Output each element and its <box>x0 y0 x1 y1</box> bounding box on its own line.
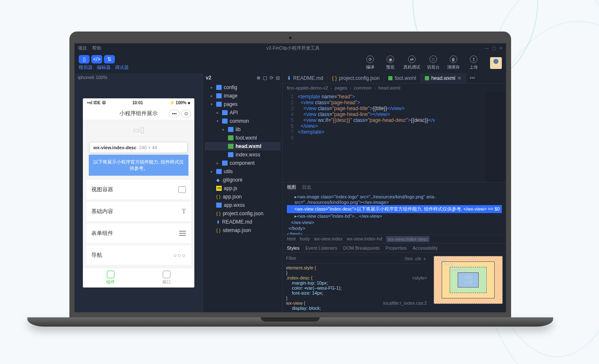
inspector-tooltip: wx-view.index-desc240 × 44 <box>90 142 188 153</box>
api-icon <box>163 271 170 278</box>
menu-nav[interactable]: 导航○○○ <box>86 245 191 265</box>
tab-head-wxml[interactable]: head.wxml✕ <box>421 73 466 83</box>
new-file-icon[interactable]: ⊕ <box>257 75 260 81</box>
highlighted-element[interactable]: 以下将展示小程序官方组件能力, 组件样式仅供参考。 <box>89 155 188 176</box>
dom-tree[interactable]: ▸<wx-image class="index-logo" src="../re… <box>283 192 506 235</box>
mode-editor-label: 编辑器 <box>97 64 111 71</box>
clear-cache-button[interactable]: 🗑清缓存 <box>446 55 461 70</box>
dom-breakpoints-tab[interactable]: DOM Breakpoints <box>343 245 380 251</box>
tab-overflow[interactable]: ••• <box>466 73 478 83</box>
dom-crumb-body[interactable]: body <box>300 236 310 242</box>
phone-frame: ••ıl IDE ⦿ 10:01 ⚡ 100% ■ 小程序组件展示 ••• ⊙ <box>83 98 194 288</box>
file-readme[interactable]: ⬇README.md <box>205 218 281 226</box>
breadcrumb: fino-applet-demo-v2› pages› common› head… <box>283 84 506 92</box>
file-sitemap[interactable]: { }sitemap.json <box>205 226 281 235</box>
explorer-root[interactable]: v2 <box>206 75 211 81</box>
folder-component[interactable]: ▸component <box>205 159 281 167</box>
file-project-config[interactable]: { }project.config.json <box>205 209 281 218</box>
phone-menu-button[interactable]: ••• <box>169 110 180 117</box>
file-foot-wxml[interactable]: foot.wxml <box>205 134 281 142</box>
ide-window: 项目 帮助 v2-FinClip小程序开发工具 — ▢ ✕ ▯ </> ⇅ <box>74 43 506 312</box>
close-icon[interactable]: ✕ <box>457 75 461 81</box>
compile-icon: ⟳ <box>366 55 374 63</box>
menu-help[interactable]: 帮助 <box>92 45 101 51</box>
eye-icon: ◉ <box>387 55 394 63</box>
menu-basic-content[interactable]: 基础内容T <box>86 202 191 221</box>
dom-crumb-index[interactable]: wx-view.index <box>314 236 343 242</box>
file-app-json[interactable]: { }app.json <box>205 193 281 201</box>
dom-breadcrumb: html body wx-view.index wx-view.index-hd… <box>283 235 506 244</box>
folder-config[interactable]: ▸config <box>205 83 281 92</box>
dom-crumb-html[interactable]: html <box>287 236 296 242</box>
mode-editor-button[interactable]: </> <box>91 55 102 63</box>
box-model: margin10 border- padding- 240 × 44 - - <box>430 253 506 312</box>
editor-area: ⬇README.md { }project.config.json foot.w… <box>283 73 506 312</box>
upload-button[interactable]: ↥上传 <box>466 55 481 70</box>
styles-filter[interactable]: Filter <box>286 256 296 262</box>
crumb-0[interactable]: fino-applet-demo-v2 <box>287 85 328 90</box>
folder-lib[interactable]: ▸lib <box>205 125 281 134</box>
styles-hov[interactable]: :hov .cls ＋ <box>404 256 427 262</box>
file-gitignore[interactable]: ◆.gitignore <box>205 176 281 184</box>
crumb-3[interactable]: head.wxml <box>378 85 400 90</box>
refresh-icon[interactable]: ⟳ <box>270 75 273 81</box>
dots-icon: ○○○ <box>173 252 186 258</box>
upload-icon: ↥ <box>470 55 477 63</box>
avatar[interactable] <box>490 57 502 69</box>
new-folder-icon[interactable]: ▢ <box>263 75 267 81</box>
event-listeners-tab[interactable]: Event Listeners <box>305 245 337 251</box>
remote-debug-button[interactable]: ⇄真机调试 <box>403 55 420 70</box>
tab-project-config[interactable]: { }project.config.json <box>328 73 384 83</box>
phone-close-button[interactable]: ⊙ <box>181 110 191 118</box>
preview-button[interactable]: ◉预览 <box>383 55 398 70</box>
folder-api[interactable]: ▸API <box>205 108 281 117</box>
styles-pane[interactable]: Filter :hov .cls ＋ element.style { } .in… <box>283 253 430 312</box>
devtools-tab-view[interactable]: 视图 <box>287 184 296 190</box>
tab-foot-wxml[interactable]: foot.wxml <box>384 73 421 83</box>
text-icon: T <box>182 208 186 215</box>
window-maximize-icon[interactable]: ▢ <box>492 46 496 50</box>
minimap[interactable] <box>485 92 506 182</box>
trash-icon: 🗑 <box>450 55 457 63</box>
window-close-icon[interactable]: ✕ <box>499 46 503 50</box>
background-icon: □ <box>429 55 437 63</box>
menu-view-container[interactable]: 视图容器 <box>86 180 191 199</box>
properties-tab[interactable]: Properties <box>386 245 407 251</box>
accessibility-tab[interactable]: Accessibility <box>413 245 438 251</box>
simulator-panel: iphone6 100% ••ıl IDE ⦿ 10:01 ⚡ 100% ■ 小… <box>74 73 203 312</box>
titlebar: 项目 帮助 v2-FinClip小程序开发工具 — ▢ ✕ <box>74 43 506 53</box>
background-button[interactable]: □切后台 <box>426 55 440 70</box>
tabbar-component[interactable]: 组件 <box>83 268 139 288</box>
menu-project[interactable]: 项目 <box>78 45 87 51</box>
file-app-wxss[interactable]: app.wxss <box>205 201 281 209</box>
file-explorer: v2 ⊕ ▢ ⟳ ⊟ ▸config ▸image ▾pages ▸API <box>203 73 283 312</box>
file-head-wxml[interactable]: head.wxml <box>205 142 281 150</box>
mode-debugger-label: 调试器 <box>115 64 129 71</box>
styles-tab[interactable]: Styles <box>287 245 300 251</box>
crumb-2[interactable]: common <box>354 85 371 90</box>
camera-dot <box>289 37 292 39</box>
tabbar-api[interactable]: 接口 <box>139 268 195 288</box>
mode-simulator-button[interactable]: ▯ <box>79 55 90 63</box>
dom-crumb-hd[interactable]: wx-view.index-hd <box>347 236 382 242</box>
menu-form[interactable]: 表单组件 <box>86 224 191 243</box>
dom-crumb-desc[interactable]: wx-view.index-desc <box>386 236 429 242</box>
window-title: v2-FinClip小程序开发工具 <box>101 45 485 51</box>
mode-debugger-button[interactable]: ⇅ <box>104 55 115 63</box>
folder-image[interactable]: ▸image <box>205 92 281 100</box>
folder-utils[interactable]: ▸utils <box>205 167 281 176</box>
mode-sim-label: 模拟器 <box>79 64 93 71</box>
laptop-frame: 项目 帮助 v2-FinClip小程序开发工具 — ▢ ✕ ▯ </> ⇅ <box>69 32 511 327</box>
folder-common[interactable]: ▾common <box>205 117 281 125</box>
window-minimize-icon[interactable]: — <box>485 46 489 50</box>
compile-button[interactable]: ⟳编译 <box>363 55 377 70</box>
tab-readme[interactable]: ⬇README.md <box>283 73 328 83</box>
simulator-device-label: iphone6 100% <box>74 73 203 82</box>
code-editor[interactable]: 1<template name="head"> 2 <view class="p… <box>283 92 506 182</box>
folder-pages[interactable]: ▾pages <box>205 100 281 108</box>
file-app-js[interactable]: JSapp.js <box>205 184 281 193</box>
collapse-icon[interactable]: ⊟ <box>276 75 280 81</box>
file-index-wxss[interactable]: index.wxss <box>205 150 281 159</box>
crumb-1[interactable]: pages <box>335 85 347 90</box>
devtools-tab-log[interactable]: 日志 <box>302 184 311 190</box>
